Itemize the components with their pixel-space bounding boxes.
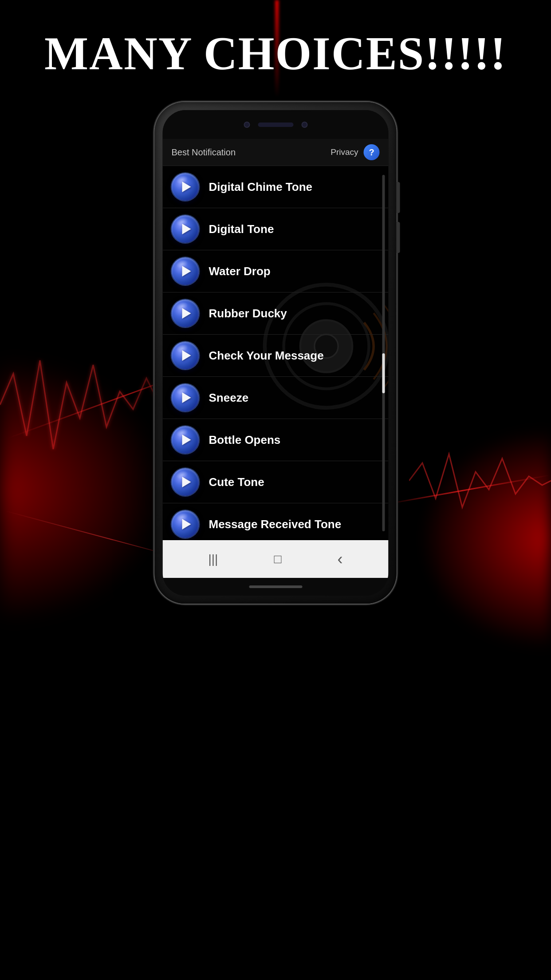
scrollbar-thumb[interactable] <box>382 353 385 393</box>
play-icon-digital-tone <box>182 224 191 234</box>
phone-notch <box>163 110 389 139</box>
app-title: Best Notification <box>172 147 236 158</box>
page-title: MANY CHOICES!!!!! <box>0 27 551 80</box>
play-icon-check-your-message <box>182 350 191 361</box>
home-indicator <box>249 585 302 588</box>
tone-label-sneeze: Sneeze <box>209 391 249 405</box>
left-waveform <box>0 294 169 516</box>
play-icon-digital-chime <box>182 182 191 192</box>
tone-item-cute-tone[interactable]: Cute Tone <box>163 461 389 503</box>
play-button-cute-tone[interactable] <box>172 468 199 496</box>
tone-label-message-received-tone: Message Received Tone <box>209 518 342 531</box>
earpiece <box>258 122 293 127</box>
app-header: Best Notification Privacy ? <box>163 139 389 166</box>
help-button[interactable]: ? <box>364 144 380 160</box>
phone-outer-shell: Best Notification Privacy ? <box>155 102 397 604</box>
play-icon-cute-tone <box>182 477 191 487</box>
tone-label-bottle-opens: Bottle Opens <box>209 433 281 447</box>
play-button-bottle-opens[interactable] <box>172 426 199 454</box>
play-button-check-your-message[interactable] <box>172 342 199 369</box>
tone-label-rubber-ducky: Rubber Ducky <box>209 307 287 320</box>
tone-list: Digital Chime ToneDigital ToneWater Drop… <box>163 166 389 540</box>
tone-item-water-drop[interactable]: Water Drop <box>163 250 389 292</box>
tone-item-digital-tone[interactable]: Digital Tone <box>163 208 389 250</box>
play-button-water-drop[interactable] <box>172 257 199 285</box>
play-button-sneeze[interactable] <box>172 384 199 411</box>
play-icon-bottle-opens <box>182 435 191 445</box>
back-button[interactable]: ‹ <box>333 545 347 573</box>
play-button-message-received-tone[interactable] <box>172 510 199 538</box>
right-waveform <box>409 392 551 569</box>
tone-item-rubber-ducky[interactable]: Rubber Ducky <box>163 292 389 335</box>
sensor <box>301 122 307 128</box>
tone-item-message-received-tone[interactable]: Message Received Tone <box>163 503 389 540</box>
play-icon-sneeze <box>182 392 191 403</box>
scrollbar-track[interactable] <box>382 175 385 531</box>
tone-item-check-your-message[interactable]: Check Your Message <box>163 335 389 377</box>
tone-label-water-drop: Water Drop <box>209 265 271 278</box>
tone-label-digital-chime: Digital Chime Tone <box>209 180 313 194</box>
privacy-label[interactable]: Privacy <box>331 147 358 157</box>
home-button[interactable]: □ <box>269 548 286 571</box>
recent-apps-button[interactable]: ||| <box>204 548 223 571</box>
phone-device: Best Notification Privacy ? <box>155 102 397 604</box>
tone-label-check-your-message: Check Your Message <box>209 349 324 363</box>
navigation-bar: ||| □ ‹ <box>163 540 389 578</box>
tone-item-bottle-opens[interactable]: Bottle Opens <box>163 419 389 461</box>
camera-cluster <box>244 122 307 128</box>
front-camera <box>244 122 250 128</box>
tone-label-cute-tone: Cute Tone <box>209 475 264 489</box>
play-button-rubber-ducky[interactable] <box>172 300 199 327</box>
home-indicator-area <box>163 578 389 596</box>
page-title-area: MANY CHOICES!!!!! <box>0 27 551 80</box>
tone-item-sneeze[interactable]: Sneeze <box>163 377 389 419</box>
play-icon-water-drop <box>182 266 191 277</box>
play-button-digital-chime[interactable] <box>172 173 199 201</box>
phone-screen: Best Notification Privacy ? <box>163 110 389 596</box>
header-actions: Privacy ? <box>331 144 379 160</box>
tone-item-digital-chime[interactable]: Digital Chime Tone <box>163 166 389 208</box>
play-icon-message-received-tone <box>182 519 191 530</box>
tone-items-container: Digital Chime ToneDigital ToneWater Drop… <box>163 166 389 540</box>
tone-label-digital-tone: Digital Tone <box>209 222 274 236</box>
play-icon-rubber-ducky <box>182 308 191 319</box>
play-button-digital-tone[interactable] <box>172 215 199 243</box>
